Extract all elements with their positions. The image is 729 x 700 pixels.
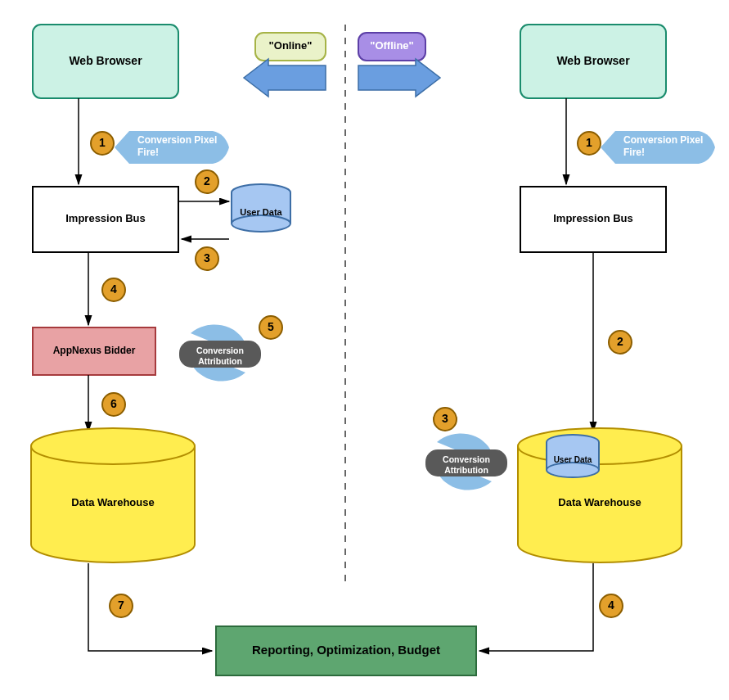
right-pixel-l1: Conversion Pixel [623, 134, 703, 146]
left-arr-dw-reporting [88, 563, 212, 651]
right-attr-l1: Conversion [443, 454, 490, 464]
offline-label: "Offline" [370, 39, 414, 52]
reporting-label: Reporting, Optimization, Budget [252, 643, 440, 657]
left-attr-l2: Attribution [198, 356, 242, 366]
left-dw-cylinder [31, 428, 195, 562]
svg-point-11 [547, 463, 599, 477]
left-browser-label: Web Browser [69, 54, 142, 67]
right-attr-l2: Attribution [444, 465, 488, 475]
left-impression-label: Impression Bus [65, 212, 146, 224]
left-attr-l1: Conversion [196, 345, 244, 355]
offline-arrow-icon [358, 59, 440, 97]
svg-point-4 [232, 215, 290, 232]
left-step-1-label: 1 [99, 136, 106, 149]
left-pixel-line2: Fire! [137, 147, 159, 158]
online-arrow-icon [244, 59, 326, 97]
left-step-5-label: 5 [268, 320, 274, 333]
left-pixel-line1: Conversion Pixel [137, 134, 217, 146]
left-user-data-label: User Data [240, 207, 282, 217]
right-step-2-label: 2 [617, 335, 623, 348]
left-step-4-label: 4 [110, 282, 117, 296]
left-step-2-label: 2 [204, 174, 210, 187]
right-step-4-label: 4 [608, 598, 614, 612]
right-impression-label: Impression Bus [553, 212, 633, 224]
left-step-6-label: 6 [110, 397, 117, 410]
right-step-3-label: 3 [442, 412, 448, 425]
right-dw-label: Data Warehouse [558, 496, 641, 508]
online-label: "Online" [269, 39, 313, 52]
right-user-data-label: User Data [554, 455, 592, 464]
right-step-1-label: 1 [586, 136, 592, 149]
right-arr-dw-reporting [479, 563, 593, 651]
right-browser-label: Web Browser [556, 54, 630, 67]
svg-point-5 [31, 428, 195, 464]
left-step-7-label: 7 [118, 598, 124, 612]
left-step-3-label: 3 [204, 251, 210, 264]
left-bidder-label: AppNexus Bidder [53, 345, 136, 356]
right-pixel-l2: Fire! [623, 147, 645, 158]
left-dw-label: Data Warehouse [71, 496, 154, 508]
